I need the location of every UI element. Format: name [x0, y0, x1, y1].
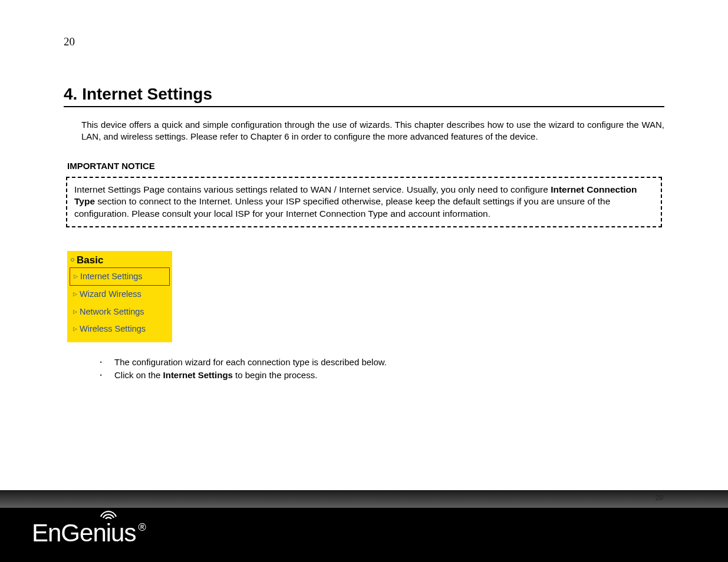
bullet-bold: Internet Settings: [163, 370, 233, 380]
menu-item-internet-settings[interactable]: ▷Internet Settings: [70, 267, 170, 286]
logo-text: EnGenius: [32, 519, 136, 547]
intro-paragraph: This device offers a quick and simple co…: [81, 119, 664, 143]
bullet-text-pre: Click on the: [114, 370, 163, 380]
triangle-icon: ▷: [73, 309, 77, 315]
menu-header-label: Basic: [77, 254, 103, 266]
page-number-top: 20: [64, 35, 664, 48]
footer-gray-bar: 20: [0, 490, 728, 508]
bullet-icon: [71, 258, 74, 262]
notice-text-1: Internet Settings Page contains various …: [74, 184, 551, 194]
menu-item-label: Wizard Wireless: [80, 289, 141, 299]
triangle-icon: ▷: [74, 273, 78, 279]
important-notice-box: Internet Settings Page contains various …: [66, 177, 662, 228]
footer-page-number: 20: [655, 494, 663, 502]
menu-item-wireless-settings[interactable]: ▷Wireless Settings: [70, 320, 170, 338]
menu-item-network-settings[interactable]: ▷Network Settings: [70, 303, 170, 320]
triangle-icon: ▷: [73, 291, 77, 297]
bullet-item: Click on the Internet Settings to begin …: [100, 369, 664, 381]
menu-item-wizard-wireless[interactable]: ▷Wizard Wireless: [70, 286, 170, 303]
chapter-title: 4. Internet Settings: [64, 85, 664, 107]
important-notice-label: IMPORTANT NOTICE: [67, 161, 664, 171]
bullet-item: The configuration wizard for each connec…: [100, 356, 664, 368]
bullet-text: The configuration wizard for each connec…: [114, 357, 387, 367]
wifi-icon: [98, 506, 118, 519]
engenius-logo: EnGenius®: [32, 519, 144, 551]
menu-header-basic[interactable]: Basic: [70, 253, 170, 267]
menu-item-label: Internet Settings: [80, 272, 143, 281]
basic-menu-panel: Basic ▷Internet Settings ▷Wizard Wireles…: [67, 251, 172, 342]
registered-icon: ®: [138, 521, 146, 534]
bullet-text-post: to begin the process.: [233, 370, 317, 380]
document-page: 20 4. Internet Settings This device offe…: [0, 0, 728, 382]
notice-text-2: section to connect to the Internet. Unle…: [74, 196, 610, 219]
footer-black-bar: EnGenius®: [0, 508, 728, 562]
menu-item-label: Network Settings: [80, 307, 144, 316]
page-footer: 20 EnGenius®: [0, 490, 728, 562]
instruction-bullets: The configuration wizard for each connec…: [100, 356, 664, 382]
triangle-icon: ▷: [73, 326, 77, 332]
menu-item-label: Wireless Settings: [80, 324, 146, 333]
